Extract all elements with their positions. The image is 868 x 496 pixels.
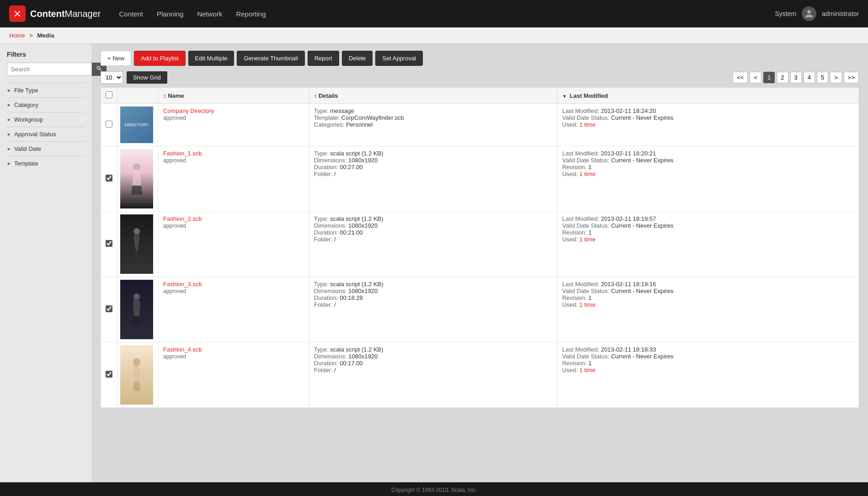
row-checkbox[interactable]	[106, 175, 112, 181]
sidebar-item-valid-date[interactable]: ► Valid Date	[7, 141, 85, 156]
media-table: ↕ Name ↕ Details ▼ Last Modified	[101, 87, 859, 408]
page-5[interactable]: 5	[817, 72, 828, 83]
col-name[interactable]: ↕ Name	[159, 88, 309, 104]
nav-planning[interactable]: Planning	[157, 10, 183, 18]
row-thumb-cell	[117, 342, 159, 408]
filter-label: Category	[14, 101, 38, 108]
row-name-cell: Fashion_4.scb approved	[159, 342, 309, 408]
table-row: DIRECTORY Company Directory approved Typ…	[101, 104, 859, 146]
app-logo[interactable]: ContentManager	[9, 5, 101, 22]
sort-icon: ↕	[163, 92, 166, 99]
delete-button[interactable]: Delete	[342, 51, 373, 66]
chevron-icon: ►	[7, 132, 11, 137]
thumbnail	[120, 345, 153, 405]
pagination: << < 1 2 3 4 5 > >>	[733, 72, 859, 83]
row-thumb-cell: DIRECTORY	[117, 104, 159, 146]
select-all-checkbox[interactable]	[106, 91, 112, 98]
table-row: Fashion_4.scb approved Type: scala scrip…	[101, 342, 859, 408]
col-thumbnail	[117, 88, 159, 104]
row-details-cell: Type: scala script (1.2 KB) Dimensions: …	[309, 277, 557, 342]
item-status: approved	[163, 353, 186, 360]
page-3[interactable]: 3	[790, 72, 802, 83]
breadcrumb: Home > Media	[0, 27, 868, 44]
used-link[interactable]: 1 time	[580, 121, 596, 128]
col-last-modified[interactable]: ▼ Last Modified	[557, 88, 858, 104]
item-name-link[interactable]: Fashion_3.scb	[163, 281, 202, 288]
set-approval-button[interactable]: Set Approval	[375, 51, 423, 66]
page-2[interactable]: 2	[777, 72, 788, 83]
row-details-cell: Type: scala script (1.2 KB) Dimensions: …	[309, 146, 557, 212]
row-modified-cell: Last Modified: 2013-02-11 18:24:20 Valid…	[557, 104, 858, 146]
item-name-link[interactable]: Company Directory	[163, 107, 214, 114]
filter-label: Approval Status	[14, 131, 56, 138]
nav-reporting[interactable]: Reporting	[236, 10, 266, 18]
edit-multiple-button[interactable]: Edit Multiple	[188, 51, 234, 66]
row-check-cell	[101, 146, 117, 212]
topnav: ContentManager Content Planning Network …	[0, 0, 868, 27]
breadcrumb-current: Media	[37, 32, 54, 39]
used-link[interactable]: 1 time	[580, 171, 596, 177]
copyright-text: Copyright © 1993-2013, Scala, Inc.	[391, 487, 477, 493]
item-name-link[interactable]: Fashion_4.scb	[163, 346, 202, 353]
user-avatar[interactable]	[802, 6, 816, 21]
chevron-icon: ►	[7, 146, 11, 151]
page-last[interactable]: >>	[844, 72, 859, 83]
filter-label: Workgroup	[14, 116, 43, 123]
table-row: Fashion_2.scb approved Type: scala scrip…	[101, 212, 859, 277]
sidebar-item-approval-status[interactable]: ► Approval Status	[7, 127, 85, 141]
row-thumb-cell	[117, 277, 159, 342]
breadcrumb-home[interactable]: Home	[9, 32, 25, 39]
svg-point-2	[133, 293, 140, 300]
row-checkbox[interactable]	[106, 121, 112, 128]
row-checkbox[interactable]	[106, 305, 112, 312]
thumbnail	[120, 280, 153, 339]
used-link[interactable]: 1 time	[580, 301, 596, 308]
row-check-cell	[101, 277, 117, 342]
sidebar-item-file-type[interactable]: ► File Type	[7, 83, 85, 97]
row-modified-cell: Last Modified: 2013-02-11 18:19:57 Valid…	[557, 212, 858, 277]
svg-point-0	[133, 163, 140, 171]
app-name: ContentManager	[30, 9, 101, 19]
search-container	[7, 63, 85, 76]
row-name-cell: Fashion_1.scb approved	[159, 146, 309, 212]
col-details[interactable]: ↕ Details	[309, 88, 557, 104]
table-row: Fashion_3.scb approved Type: scala scrip…	[101, 277, 859, 342]
sidebar-item-template[interactable]: ► Template	[7, 156, 85, 171]
topnav-right: System administrator	[775, 6, 859, 21]
generate-thumbnail-button[interactable]: Generate Thumbnail	[237, 51, 304, 66]
svg-point-3	[133, 358, 140, 366]
system-label: System	[775, 10, 796, 17]
page-prev[interactable]: <	[750, 72, 761, 83]
page-1[interactable]: 1	[763, 72, 775, 83]
add-to-playlist-button[interactable]: Add to Playlist	[134, 51, 185, 66]
table-header: ↕ Name ↕ Details ▼ Last Modified	[101, 88, 859, 104]
chevron-icon: ►	[7, 161, 11, 166]
row-modified-cell: Last Modified: 2013-02-11 18:18:33 Valid…	[557, 342, 858, 408]
report-button[interactable]: Report	[308, 51, 339, 66]
page-first[interactable]: <<	[733, 72, 748, 83]
search-input[interactable]	[7, 63, 92, 76]
page-size-select[interactable]: 10	[101, 71, 123, 84]
page-next[interactable]: >	[830, 72, 842, 83]
row-checkbox[interactable]	[106, 371, 112, 378]
new-button[interactable]: + New	[101, 51, 131, 66]
user-label: administrator	[822, 10, 859, 17]
page-4[interactable]: 4	[804, 72, 815, 83]
row-check-cell	[101, 342, 117, 408]
item-name-link[interactable]: Fashion_1.scb	[163, 150, 202, 157]
used-link[interactable]: 1 time	[580, 367, 596, 373]
row-checkbox[interactable]	[106, 240, 112, 247]
row-check-cell	[101, 104, 117, 146]
thumbnail: DIRECTORY	[120, 107, 153, 143]
item-status: approved	[163, 115, 186, 121]
nav-network[interactable]: Network	[197, 10, 222, 18]
sidebar-item-category[interactable]: ► Category	[7, 97, 85, 112]
main-layout: Filters ► File Type ► Category ► Workgro…	[0, 44, 868, 482]
show-grid-button[interactable]: Show Grid	[127, 71, 167, 84]
footer: Copyright © 1993-2013, Scala, Inc.	[0, 482, 868, 496]
used-link[interactable]: 1 time	[580, 236, 596, 243]
sidebar-item-workgroup[interactable]: ► Workgroup	[7, 112, 85, 127]
nav-content[interactable]: Content	[119, 10, 143, 18]
filter-label: Template	[14, 160, 38, 167]
item-name-link[interactable]: Fashion_2.scb	[163, 215, 202, 222]
